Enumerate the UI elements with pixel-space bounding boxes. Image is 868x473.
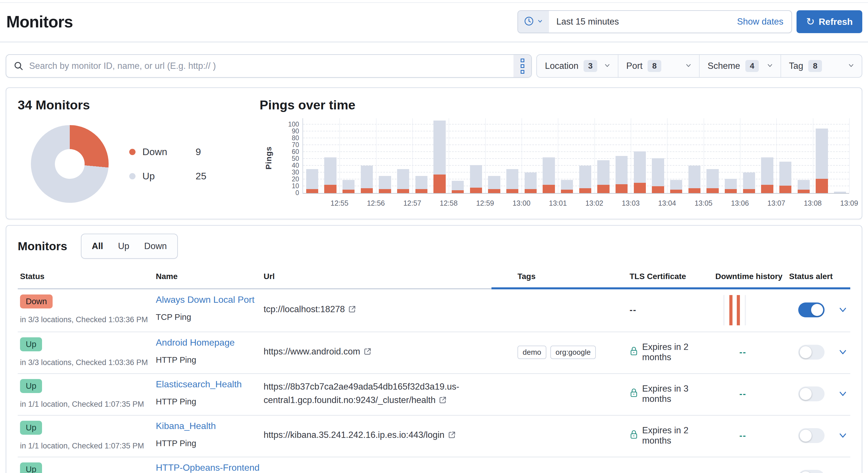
expand-row-chevron-icon[interactable]: [836, 429, 849, 443]
bar-segment-down: [324, 185, 336, 193]
bar-segment-up: [761, 157, 773, 185]
bar-segment-up: [506, 169, 518, 189]
bar-segment-up: [725, 179, 737, 189]
monitor-name-link[interactable]: Always Down Local Port: [156, 295, 254, 305]
downtime-history-cell: --: [715, 347, 788, 357]
monitor-type: HTTP Ping: [156, 439, 196, 448]
tls-cell: Expires in 2 months: [620, 425, 715, 446]
vertical-gridline: [667, 118, 668, 193]
external-link-icon[interactable]: [448, 429, 456, 443]
tab-all[interactable]: All: [92, 241, 103, 251]
expand-row-chevron-icon[interactable]: [836, 470, 849, 473]
filter-tag[interactable]: Tag8: [781, 55, 862, 77]
pings-bar: [652, 158, 664, 193]
pings-bar: [470, 165, 482, 193]
expand-cell: [834, 429, 851, 443]
status-badge: Up: [20, 379, 42, 393]
status-alert-cell: [788, 302, 834, 317]
bar-segment-up: [542, 157, 555, 185]
bar-segment-up: [379, 176, 391, 189]
status-donut-chart: [31, 125, 108, 203]
horizontal-gridline: [303, 138, 849, 138]
bar-segment-down: [761, 185, 773, 193]
expand-cell: [834, 387, 851, 401]
date-picker[interactable]: Last 15 minutes Show dates: [518, 10, 792, 33]
monitor-name-link[interactable]: Android Homepage: [156, 337, 235, 348]
monitor-name-link[interactable]: Elasticsearch_Health: [156, 379, 242, 390]
filter-port[interactable]: Port8: [618, 55, 700, 77]
status-badge: Up: [20, 463, 42, 473]
time-range-value[interactable]: Last 15 minutes: [549, 16, 729, 27]
vertical-gridline: [813, 118, 813, 193]
status-detail: in 1/1 location, Checked 1:07:35 PM: [20, 400, 144, 409]
tag-chip[interactable]: org:google: [550, 346, 596, 359]
legend-value: 25: [195, 171, 207, 182]
vertical-gridline: [558, 118, 558, 193]
expand-row-chevron-icon[interactable]: [836, 303, 849, 317]
page-header: Monitors Last 15 minutes Show dates ↻: [0, 3, 868, 42]
bar-segment-down: [488, 189, 500, 193]
quick-select-button[interactable]: [518, 11, 549, 33]
expand-row-chevron-icon[interactable]: [836, 387, 849, 401]
status-alert-toggle[interactable]: [798, 386, 825, 401]
tls-status-text: --: [629, 305, 637, 315]
column-header-status-alert: Status alert: [788, 272, 834, 281]
refresh-icon: ↻: [806, 16, 814, 28]
y-axis-tick-label: 30: [279, 169, 299, 176]
status-alert-toggle[interactable]: [798, 345, 825, 360]
bar-segment-down: [379, 189, 391, 193]
bar-segment-down: [542, 185, 555, 193]
monitor-name-link[interactable]: Kibana_Health: [156, 421, 216, 431]
external-link-icon[interactable]: [439, 395, 446, 408]
bar-segment-up: [616, 156, 627, 184]
tag-chip[interactable]: demo: [518, 346, 546, 359]
bar-segment-up: [561, 180, 573, 190]
y-axis-tick-label: 10: [279, 182, 299, 190]
show-dates-button[interactable]: Show dates: [729, 16, 792, 27]
legend-row-up[interactable]: Up25: [129, 171, 207, 182]
filter-location[interactable]: Location3: [537, 55, 618, 77]
pings-bar: [361, 166, 373, 193]
search-input[interactable]: [24, 55, 514, 77]
bar-segment-down: [579, 188, 591, 193]
url-cell: http://opbeans-frontend:3000/dashboard: [261, 470, 509, 473]
tab-down[interactable]: Down: [144, 241, 167, 251]
name-cell: Elasticsearch_Health HTTP Ping: [154, 379, 261, 409]
status-alert-toggle[interactable]: [798, 302, 825, 317]
external-link-icon[interactable]: [364, 346, 371, 359]
tls-cell: Expires in 2 months: [620, 342, 715, 363]
tab-up[interactable]: Up: [118, 241, 129, 251]
x-axis-tick-label: 12:55: [331, 199, 348, 207]
x-axis-tick-label: 13:00: [513, 199, 531, 207]
downtime-empty-value: --: [739, 431, 746, 440]
pings-chart-section: Pings over time Pings 12:5512:5612:5712:…: [249, 98, 850, 209]
filter-scheme[interactable]: Scheme4: [700, 55, 781, 77]
external-link-icon[interactable]: [348, 304, 356, 317]
tags-cell: demoorg:google: [509, 346, 620, 359]
status-alert-toggle[interactable]: [798, 428, 825, 443]
refresh-button[interactable]: ↻ Refresh: [797, 10, 862, 33]
expand-row-chevron-icon[interactable]: [836, 345, 849, 359]
x-axis-tick-label: 12:56: [367, 199, 385, 207]
status-cell: Up in 3/3 locations, Checked 1:03:36 PM: [18, 337, 154, 367]
status-cell: Up in 1/1 location, Checked 1:07:35 PM: [18, 421, 154, 450]
vertical-gridline: [704, 118, 704, 193]
pings-bar: [779, 162, 792, 193]
vertical-gridline: [740, 118, 741, 193]
query-menu-icon[interactable]: [514, 55, 531, 77]
expand-cell: [834, 470, 851, 473]
external-link-icon[interactable]: [425, 471, 433, 473]
status-alert-toggle[interactable]: [798, 470, 825, 473]
monitor-name-link[interactable]: HTTP-Opbeans-Frontend: [156, 463, 259, 473]
bar-segment-up: [634, 151, 646, 183]
table-header-divider: [18, 288, 850, 289]
snapshot-title: 34 Monitors: [18, 98, 249, 112]
lock-icon: [629, 346, 638, 358]
pings-bar: [834, 192, 846, 193]
legend-row-down[interactable]: Down9: [129, 146, 207, 157]
header-controls: Last 15 minutes Show dates ↻ Refresh: [518, 10, 862, 33]
vertical-gridline: [594, 118, 595, 193]
url-cell: https://www.android.com: [261, 345, 509, 359]
pings-bar: [306, 169, 318, 193]
bar-segment-down: [652, 186, 664, 193]
